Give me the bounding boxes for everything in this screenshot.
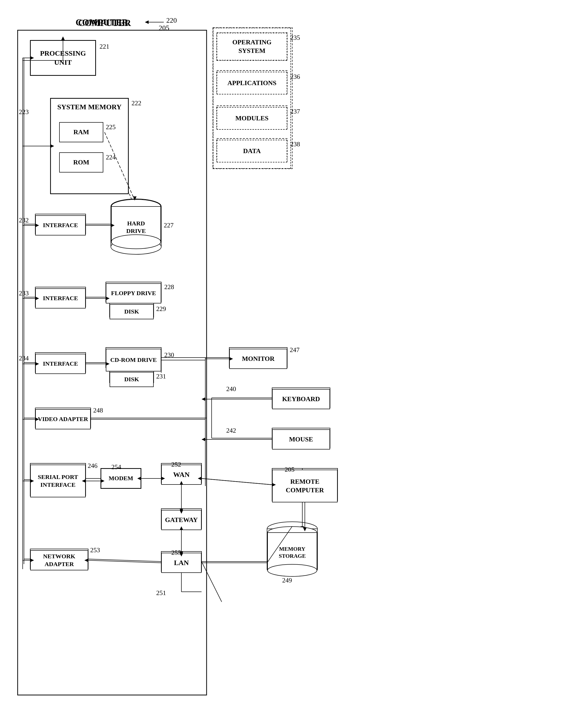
ref-228: 228 [164, 283, 174, 291]
video-adapter-box: VIDEO ADAPTER [35, 409, 91, 429]
svg-line-75 [202, 479, 272, 485]
monitor-box: MONITOR [229, 349, 287, 369]
floppy-drive-box: FLOPPY DRIVE [106, 283, 161, 304]
svg-marker-100 [145, 20, 149, 24]
network-adapter-box: NETWORK ADAPTER [30, 550, 88, 571]
modem-box: MODEM [101, 468, 141, 488]
ref-205a: 205 [159, 24, 169, 32]
ref-253: 253 [90, 547, 100, 554]
ref-225: 225 [106, 123, 116, 131]
serial-port-box: SERIAL PORT INTERFACE [30, 465, 86, 498]
svg-text:DRIVE: DRIVE [126, 228, 146, 234]
ref-221: 221 [99, 43, 109, 50]
ref-224: 224 [106, 153, 116, 161]
disk1-box: DISK [110, 304, 154, 319]
ref-227: 227 [164, 222, 173, 229]
hard-drive-cylinder: HARD DRIVE [111, 199, 161, 250]
interface3-box: INTERFACE [35, 354, 86, 374]
svg-marker-88 [61, 37, 65, 40]
ref-251: 251 [156, 589, 166, 597]
ref-246: 246 [88, 462, 97, 470]
lan-box: LAN [161, 553, 202, 573]
ref-236: 236 [290, 73, 300, 80]
processing-unit-box: PROCESSING UNIT [30, 40, 96, 76]
ref-247: 247 [290, 346, 300, 354]
ref-254: 254 [111, 463, 121, 471]
ref-229: 229 [156, 305, 166, 313]
svg-marker-135 [202, 438, 205, 441]
ref-220: 220 [166, 16, 177, 24]
ref-240: 240 [226, 385, 236, 393]
ref-252: 252 [171, 461, 181, 468]
system-memory-label: SYSTEM MEMORY [57, 102, 122, 112]
ram-box: RAM [59, 122, 103, 142]
svg-point-91 [111, 235, 161, 249]
ref-234: 234 [19, 355, 29, 362]
cdrom-drive-box: CD-ROM DRIVE [106, 349, 161, 371]
svg-text:MEMORY: MEMORY [279, 546, 305, 552]
svg-text:STORAGE: STORAGE [279, 553, 306, 559]
disk2-box: DISK [110, 372, 154, 387]
ref-230: 230 [164, 351, 174, 359]
gateway-box: GATEWAY [161, 510, 202, 530]
memory-storage-cylinder: MEMORY STORAGE [267, 526, 318, 578]
ref-231: 231 [156, 373, 166, 380]
os-container [213, 28, 291, 169]
mouse-box: MOUSE [272, 429, 330, 450]
ref-237: 237 [290, 108, 300, 115]
ref-255: 255 [171, 549, 181, 557]
ref-242: 242 [226, 427, 236, 434]
ref-223: 223 [19, 108, 29, 116]
ref-222: 222 [132, 99, 141, 107]
svg-marker-160 [61, 37, 65, 40]
remote-computer-box: REMOTE COMPUTER [272, 470, 337, 502]
wan-box: WAN [161, 465, 202, 485]
rom-box: ROM [59, 152, 103, 172]
ref-235: 235 [290, 34, 300, 42]
interface1-box: INTERFACE [35, 215, 86, 236]
ref-205b: 205 [285, 466, 295, 474]
svg-line-150 [202, 479, 272, 485]
ref-238: 238 [290, 141, 300, 148]
ref-233: 233 [19, 290, 29, 297]
svg-point-96 [267, 564, 317, 576]
svg-text:HARD: HARD [127, 220, 145, 227]
keyboard-box: KEYBOARD [272, 389, 330, 409]
svg-line-80 [202, 562, 222, 602]
ref-232: 232 [19, 217, 29, 224]
ref-249: 249 [282, 577, 292, 584]
system-memory-box: SYSTEM MEMORY [50, 98, 128, 194]
interface2-box: INTERFACE [35, 288, 86, 309]
svg-marker-133 [202, 397, 205, 401]
svg-line-73 [88, 559, 161, 562]
computer-title: COMPUTER [76, 17, 128, 28]
svg-line-148 [88, 560, 161, 563]
ref-248: 248 [93, 407, 103, 414]
